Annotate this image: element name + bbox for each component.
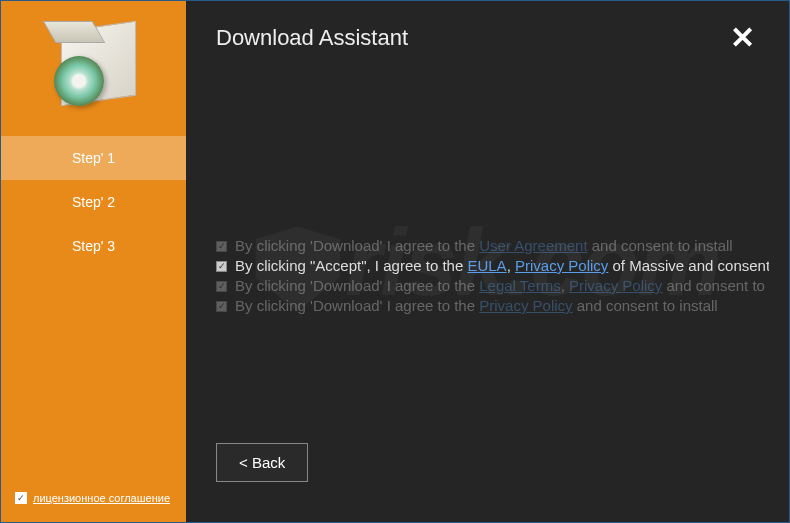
- license-agreement-link[interactable]: лицензионное соглашение: [33, 492, 170, 504]
- consent-text: By clicking "Accept", I agree to the: [235, 257, 467, 274]
- consent-row: ✓ By clicking 'Download' I agree to the …: [216, 297, 769, 315]
- consent-checkbox[interactable]: ✓: [216, 281, 227, 292]
- privacy-policy-link[interactable]: Privacy Policy: [569, 277, 662, 294]
- step-3[interactable]: Step' 3: [1, 224, 186, 268]
- back-button[interactable]: < Back: [216, 443, 308, 482]
- consent-text: and consent to install: [588, 237, 733, 254]
- consent-text: and consent to: [662, 277, 765, 294]
- consent-row: ✓ By clicking 'Download' I agree to the …: [216, 237, 769, 255]
- consent-row: ✓ By clicking "Accept", I agree to the E…: [216, 257, 769, 275]
- installer-icon: [49, 21, 139, 111]
- consent-area: ✓ By clicking 'Download' I agree to the …: [216, 237, 769, 317]
- consent-text: By clicking 'Download' I agree to the: [235, 277, 479, 294]
- license-checkbox[interactable]: ✓: [15, 492, 27, 504]
- consent-text: By clicking 'Download' I agree to the: [235, 237, 479, 254]
- legal-terms-link[interactable]: Legal Terms: [479, 277, 560, 294]
- sidebar: Step' 1 Step' 2 Step' 3 ✓ лицензионное с…: [1, 1, 186, 522]
- privacy-policy-link[interactable]: Privacy Policy: [479, 297, 572, 314]
- privacy-policy-link[interactable]: Privacy Policy: [515, 257, 608, 274]
- page-title: Download Assistant: [216, 25, 408, 51]
- consent-checkbox[interactable]: ✓: [216, 261, 227, 272]
- license-footer: ✓ лицензионное соглашение: [15, 492, 170, 504]
- consent-row: ✓ By clicking 'Download' I agree to the …: [216, 277, 769, 295]
- eula-link[interactable]: EULA: [467, 257, 506, 274]
- header: Download Assistant ✕: [186, 1, 789, 53]
- user-agreement-link[interactable]: User Agreement: [479, 237, 587, 254]
- close-icon[interactable]: ✕: [726, 23, 759, 53]
- step-1[interactable]: Step' 1: [1, 136, 186, 180]
- steps-list: Step' 1 Step' 2 Step' 3: [1, 136, 186, 268]
- consent-checkbox[interactable]: ✓: [216, 301, 227, 312]
- consent-checkbox[interactable]: ✓: [216, 241, 227, 252]
- consent-text: and consent to install: [573, 297, 718, 314]
- separator: ,: [507, 257, 515, 274]
- consent-text: By clicking 'Download' I agree to the: [235, 297, 479, 314]
- step-2[interactable]: Step' 2: [1, 180, 186, 224]
- consent-text: of Massive and consent: [608, 257, 769, 274]
- main-panel: Download Assistant ✕ risk.com ✓ By click…: [186, 1, 789, 522]
- separator: ,: [561, 277, 569, 294]
